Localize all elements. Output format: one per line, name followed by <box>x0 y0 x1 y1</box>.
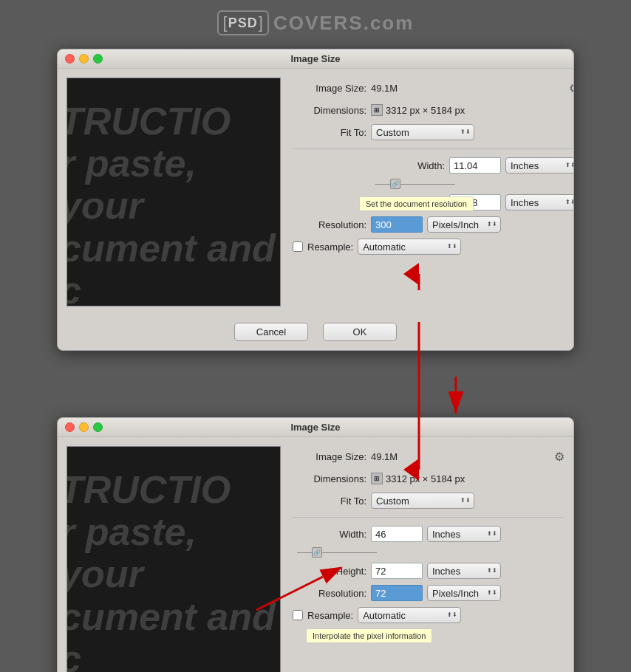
tooltip-2: Interpolate the pixel information <box>306 628 432 643</box>
traffic-lights-1 <box>65 54 103 64</box>
dimensions-value-row-1: ⊞ 3312 px × 5184 px <box>371 104 465 116</box>
resample-label-2: Resample: <box>307 610 353 621</box>
maximize-button-1[interactable] <box>93 54 103 64</box>
button-row-1: Cancel OK <box>58 315 573 350</box>
resolution-input-1[interactable] <box>371 216 423 233</box>
dialogs-container: Image Size TRUCTIO r paste, your cument … <box>57 49 574 672</box>
tooltip-container-2: Interpolate the pixel information <box>306 628 565 643</box>
height-input-2[interactable] <box>371 563 423 579</box>
width-unit-dropdown-1[interactable]: Inches <box>505 157 574 174</box>
width-input-1[interactable] <box>449 157 501 174</box>
dialog-image-size-2: Image Size TRUCTIO r paste, your cument … <box>57 417 574 672</box>
dimensions-row-2: Dimensions: ⊞ 3312 px × 5184 px <box>293 470 565 487</box>
dimensions-row-1: Dimensions: ⊞ 3312 px × 5184 px <box>293 101 574 119</box>
separator-2 <box>293 517 565 518</box>
height-row-2: Height: Inches <box>293 562 565 580</box>
chain-connector-2: 🔗 <box>297 547 565 558</box>
logo-bar: [ PSD ] COVERS.com <box>217 10 415 35</box>
resolution-row-1: Resolution: Pixels/Inch Set the document… <box>293 216 574 233</box>
ok-button-1[interactable]: OK <box>323 323 397 341</box>
preview-area-1: TRUCTIO r paste, your cument and c <box>66 78 281 306</box>
fit-to-dropdown-1[interactable]: Custom <box>371 124 474 140</box>
close-button-1[interactable] <box>65 54 75 64</box>
resolution-input-2[interactable] <box>371 585 423 601</box>
resample-dropdown-2[interactable]: Automatic <box>358 607 461 623</box>
chain-connector-1: 🔗 <box>375 179 574 189</box>
chain-icon-2: 🔗 <box>312 547 322 558</box>
height-label-2: Height: <box>293 566 366 577</box>
resample-checkbox-2[interactable] <box>293 610 303 620</box>
covers-logo-text: COVERS.com <box>273 12 415 35</box>
image-size-label-2: Image Size: <box>293 451 366 462</box>
fit-to-label-2: Fit To: <box>293 496 366 507</box>
chained-rows-2: Width: Inches 🔗 <box>293 525 565 580</box>
width-row-2: Width: Inches <box>293 525 565 543</box>
dialog-body-1: TRUCTIO r paste, your cument and c Image… <box>58 69 573 315</box>
separator-1 <box>293 148 574 149</box>
dimensions-label-2: Dimensions: <box>293 473 366 484</box>
width-unit-dropdown-2[interactable]: Inches <box>427 526 501 542</box>
image-size-value-1: 49.1M <box>371 83 398 94</box>
titlebar-2: Image Size <box>58 418 573 437</box>
preview-area-2: TRUCTIO r paste, your cument and c <box>66 446 281 672</box>
minimize-button-2[interactable] <box>79 422 89 432</box>
resample-row-1: Resample: Automatic <box>293 238 574 256</box>
width-row-1: Width: Inches <box>371 157 574 174</box>
titlebar-1: Image Size <box>58 49 573 69</box>
resolution-unit-dropdown-1[interactable]: Pixels/Inch <box>427 216 501 233</box>
dialog-title-1: Image Size <box>290 53 340 64</box>
height-unit-dropdown-1[interactable]: Inches <box>505 194 574 210</box>
image-size-value-2: 49.1M <box>371 451 398 462</box>
settings-panel-1: Image Size: 49.1M ⚙ Dimensions: ⊞ 3312 p… <box>293 78 574 306</box>
logo-bracket-left: [ <box>223 13 228 32</box>
cancel-button-1[interactable]: Cancel <box>234 323 308 341</box>
dimensions-value-2: 3312 px × 5184 px <box>386 473 465 484</box>
close-button-2[interactable] <box>65 422 75 432</box>
minimize-button-1[interactable] <box>79 54 89 64</box>
image-size-row-1: Image Size: 49.1M ⚙ <box>293 79 574 97</box>
resample-label-1: Resample: <box>307 241 353 253</box>
dimensions-icon-2: ⊞ <box>371 473 383 484</box>
dimensions-label-1: Dimensions: <box>293 105 366 116</box>
traffic-lights-2 <box>65 422 103 432</box>
resample-dropdown-1[interactable]: Automatic <box>358 239 461 255</box>
resolution-label-2: Resolution: <box>293 588 366 599</box>
resolution-label-1: Resolution: <box>293 219 366 230</box>
fit-to-row-2: Fit To: Custom <box>293 492 565 510</box>
fit-to-row-1: Fit To: Custom <box>293 123 574 141</box>
arrow-container <box>57 373 574 417</box>
settings-panel-2: Image Size: 49.1M ⚙ Dimensions: ⊞ 3312 p… <box>293 446 565 672</box>
image-size-label-1: Image Size: <box>293 83 366 94</box>
preview-text-2: TRUCTIO r paste, your cument and c <box>66 469 280 672</box>
width-label-2: Width: <box>293 529 366 540</box>
dimensions-icon-1: ⊞ <box>371 104 383 116</box>
dialog-body-2: TRUCTIO r paste, your cument and c Image… <box>58 437 573 672</box>
height-unit-dropdown-2[interactable]: Inches <box>427 563 501 579</box>
tooltip-1: Set the document resolution <box>359 196 474 211</box>
chain-icon-1: 🔗 <box>390 179 400 189</box>
maximize-button-2[interactable] <box>93 422 103 432</box>
logo-bracket-right: ] <box>259 13 263 32</box>
psd-text: PSD <box>228 16 258 31</box>
fit-to-dropdown-2[interactable]: Custom <box>371 493 474 509</box>
resample-checkbox-1[interactable] <box>293 241 303 252</box>
image-size-row-2: Image Size: 49.1M ⚙ <box>293 448 565 465</box>
resolution-unit-dropdown-2[interactable]: Pixels/Inch <box>427 585 501 601</box>
resolution-row-2: Resolution: Pixels/Inch <box>293 584 565 602</box>
dimensions-value-1: 3312 px × 5184 px <box>386 105 465 116</box>
resample-row-2: Resample: Automatic <box>293 606 565 624</box>
width-input-2[interactable] <box>371 526 423 542</box>
psd-logo: [ PSD ] <box>217 10 269 35</box>
arrow-svg <box>57 373 574 417</box>
dialog-image-size-1: Image Size TRUCTIO r paste, your cument … <box>57 49 574 351</box>
preview-text-1: TRUCTIO r paste, your cument and c <box>66 100 280 306</box>
fit-to-label-1: Fit To: <box>293 127 366 138</box>
dialog-title-2: Image Size <box>290 422 340 433</box>
gear-icon-1[interactable]: ⚙ <box>569 81 574 95</box>
dimensions-value-row-2: ⊞ 3312 px × 5184 px <box>371 473 465 484</box>
gear-icon-2[interactable]: ⚙ <box>554 450 565 464</box>
width-label-1: Width: <box>371 160 445 171</box>
